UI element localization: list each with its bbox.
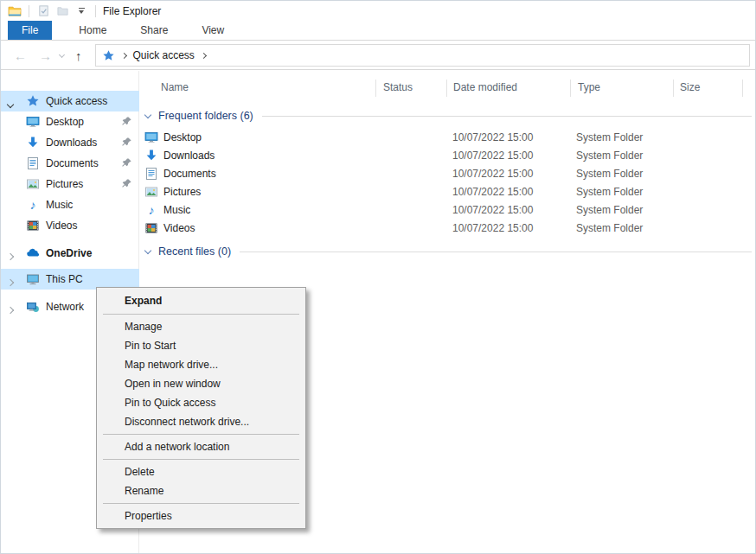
tab-view[interactable]: View [187, 21, 239, 40]
desktop-icon [144, 131, 158, 144]
group-label: Recent files (0) [158, 245, 231, 258]
sidebar-item-pictures[interactable]: Pictures [1, 174, 139, 194]
sidebar-item-documents[interactable]: Documents [1, 153, 139, 174]
menu-item-map-network-drive[interactable]: Map network drive... [97, 355, 305, 374]
file-name: Desktop [163, 131, 202, 143]
qat-properties-button[interactable] [34, 3, 53, 20]
menu-item-pin-to-quick-access[interactable]: Pin to Quick access [97, 393, 305, 412]
address-bar[interactable]: Quick access [95, 44, 751, 67]
column-divider[interactable] [375, 80, 376, 97]
file-type: System Folder [576, 131, 643, 143]
file-date-modified: 10/07/2022 15:00 [452, 131, 533, 143]
chevron-down-icon[interactable] [8, 98, 13, 110]
menu-separator [103, 503, 299, 504]
collapse-chevron-icon[interactable] [144, 246, 151, 253]
sidebar-item-videos[interactable]: Videos [1, 215, 139, 236]
music-icon: ♪ [144, 203, 158, 217]
file-row-pictures[interactable]: Pictures 10/07/2022 15:00 System Folder [140, 183, 756, 201]
context-menu-this-pc: Expand Manage Pin to Start Map network d… [96, 287, 306, 529]
title-bar: File Explorer [1, 1, 755, 21]
sidebar-item-downloads[interactable]: Downloads [1, 132, 139, 153]
window-title: File Explorer [103, 5, 161, 17]
sidebar-item-label: OneDrive [46, 247, 92, 259]
menu-separator [103, 459, 299, 460]
menu-item-pin-to-start[interactable]: Pin to Start [97, 336, 305, 355]
column-header-row: Name Status Date modified Type Size [140, 78, 756, 98]
sidebar-item-desktop[interactable]: Desktop [1, 111, 139, 132]
videos-icon [144, 221, 158, 235]
column-header-name[interactable]: Name [161, 81, 189, 93]
menu-item-manage[interactable]: Manage [97, 317, 305, 336]
chevron-right-icon[interactable] [8, 276, 13, 288]
pictures-icon [144, 185, 158, 199]
column-divider[interactable] [742, 80, 743, 97]
menu-item-rename[interactable]: Rename [97, 481, 305, 500]
file-date-modified: 10/07/2022 15:00 [452, 186, 533, 198]
column-header-size[interactable]: Size [680, 81, 700, 93]
tab-share[interactable]: Share [125, 21, 183, 40]
menu-item-open-in-new-window[interactable]: Open in new window [97, 374, 305, 393]
group-label: Frequent folders (6) [158, 110, 253, 122]
ribbon-tab-bar: File Home Share View [1, 21, 755, 41]
column-divider[interactable] [673, 80, 674, 97]
column-header-type[interactable]: Type [578, 81, 600, 93]
chevron-right-icon[interactable] [8, 250, 13, 262]
tab-home[interactable]: Home [64, 21, 121, 40]
this-pc-icon [26, 272, 40, 286]
column-header-status[interactable]: Status [383, 81, 413, 93]
column-divider[interactable] [570, 80, 571, 97]
qat-customize-button[interactable] [72, 3, 91, 20]
breadcrumb-chevron-icon[interactable] [201, 52, 207, 58]
file-row-videos[interactable]: Videos 10/07/2022 15:00 System Folder [140, 220, 756, 238]
documents-icon [144, 167, 158, 181]
desktop-icon [26, 115, 40, 129]
file-row-documents[interactable]: Documents 10/07/2022 15:00 System Folder [140, 165, 756, 183]
column-header-date-modified[interactable]: Date modified [453, 81, 517, 93]
file-date-modified: 10/07/2022 15:00 [452, 204, 533, 216]
file-row-desktop[interactable]: Desktop 10/07/2022 15:00 System Folder [140, 129, 756, 147]
breadcrumb-quick-access[interactable]: Quick access [133, 49, 195, 61]
menu-item-delete[interactable]: Delete [97, 462, 305, 481]
recent-locations-dropdown-icon[interactable] [59, 51, 65, 57]
pin-icon[interactable] [121, 157, 132, 169]
menu-item-add-network-location[interactable]: Add a network location [97, 437, 305, 456]
sidebar-item-label: Network [46, 301, 84, 313]
file-name: Documents [163, 168, 216, 180]
forward-button[interactable]: → [33, 49, 58, 62]
menu-item-properties[interactable]: Properties [97, 506, 305, 525]
file-date-modified: 10/07/2022 15:00 [452, 150, 533, 162]
group-header-recent-files[interactable]: Recent files (0) [140, 244, 756, 259]
back-button[interactable]: ← [8, 49, 33, 62]
customize-toolbar-icon [74, 8, 88, 14]
tab-file[interactable]: File [8, 21, 52, 40]
breadcrumb-chevron-icon[interactable] [120, 52, 126, 58]
column-divider[interactable] [446, 80, 447, 97]
sidebar-item-music[interactable]: ♪ Music [1, 194, 139, 215]
collapse-chevron-icon[interactable] [144, 111, 151, 118]
group-header-frequent-folders[interactable]: Frequent folders (6) [140, 108, 756, 124]
file-name: Music [163, 204, 190, 216]
file-date-modified: 10/07/2022 15:00 [452, 222, 533, 234]
file-row-downloads[interactable]: Downloads 10/07/2022 15:00 System Folder [140, 147, 756, 165]
up-button[interactable]: ↑ [69, 49, 88, 62]
sidebar-item-onedrive[interactable]: OneDrive [1, 243, 139, 264]
quick-access-star-icon [102, 49, 115, 62]
menu-item-expand[interactable]: Expand [97, 290, 305, 311]
properties-icon [37, 4, 50, 17]
file-date-modified: 10/07/2022 15:00 [452, 168, 533, 180]
chevron-right-icon[interactable] [8, 303, 13, 315]
file-name: Pictures [163, 186, 201, 198]
sidebar-item-label: Downloads [46, 137, 97, 149]
file-row-music[interactable]: ♪ Music 10/07/2022 15:00 System Folder [140, 201, 756, 220]
pin-icon[interactable] [121, 116, 132, 127]
pin-icon[interactable] [121, 137, 132, 148]
menu-item-disconnect-network-drive[interactable]: Disconnect network drive... [97, 412, 305, 431]
pin-icon[interactable] [121, 178, 132, 189]
file-type: System Folder [576, 204, 643, 216]
navigation-bar: ← → ↑ Quick access [1, 41, 755, 70]
qat-new-folder-button[interactable] [53, 3, 72, 20]
network-icon [26, 300, 40, 314]
sidebar-item-quick-access[interactable]: Quick access [1, 91, 139, 111]
sidebar-item-label: Pictures [46, 178, 83, 190]
file-explorer-window: File Explorer File Home Share View ← → ↑… [0, 0, 756, 554]
